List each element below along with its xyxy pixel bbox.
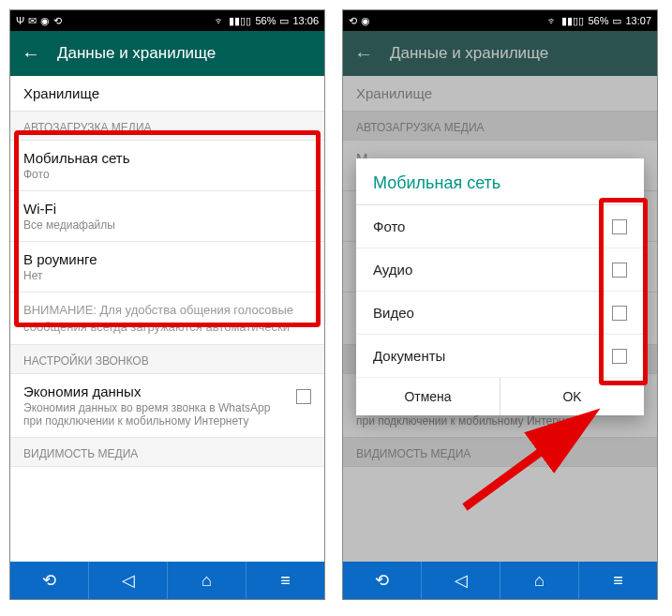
battery-icon: ▭ — [612, 15, 621, 27]
checkbox-video[interactable] — [612, 306, 627, 321]
section-autodownload: АВТОЗАГРУЗКА МЕДИА — [10, 112, 324, 141]
screenshot-right: ⟲ ◉ ᯤ ▮▮▯▯ 56% ▭ 13:07 ← Данные и хранил… — [342, 9, 658, 600]
eye-icon: ◉ — [40, 15, 50, 27]
wifi-icon: ᯤ — [547, 15, 558, 26]
nav-back-icon[interactable]: ◁ — [89, 562, 168, 599]
teamviewer-icon: ⟲ — [53, 15, 62, 27]
nav-home-icon[interactable]: ⌂ — [500, 562, 579, 599]
back-icon[interactable]: ← — [22, 43, 40, 65]
nav-bar: ⟲ ◁ ⌂ ≡ — [343, 562, 657, 599]
status-bar: Ψ ✉ ◉ ⟲ ᯤ ▮▮▯▯ 56% ▭ 13:06 — [10, 10, 324, 31]
wifi-icon: ᯤ — [215, 15, 225, 26]
section-calls: НАСТРОЙКИ ЗВОНКОВ — [10, 345, 324, 374]
app-bar: ← Данные и хранилище — [10, 31, 324, 76]
status-bar: ⟲ ◉ ᯤ ▮▮▯▯ 56% ▭ 13:07 — [343, 10, 657, 31]
nav-recent-icon[interactable]: ≡ — [246, 562, 324, 599]
nav-teamviewer-icon[interactable]: ⟲ — [10, 562, 89, 599]
checkbox-photo[interactable] — [612, 219, 627, 234]
nav-bar: ⟲ ◁ ⌂ ≡ — [10, 562, 324, 599]
psi-icon: Ψ — [16, 15, 24, 26]
row-data-saver[interactable]: Экономия данных Экономия данных во время… — [10, 374, 324, 438]
dialog-option-video[interactable]: Видео — [356, 292, 644, 335]
nav-recent-icon[interactable]: ≡ — [579, 562, 657, 599]
settings-list: Хранилище АВТОЗАГРУЗКА МЕДИА Мобильная с… — [10, 76, 324, 563]
dialog-option-photo[interactable]: Фото — [356, 205, 644, 248]
signal-icon: ▮▮▯▯ — [229, 15, 251, 27]
checkbox-docs[interactable] — [612, 349, 627, 364]
dialog-ok-button[interactable]: OK — [500, 378, 644, 415]
dialog-option-audio[interactable]: Аудио — [356, 248, 644, 292]
autodownload-note: ВНИМАНИЕ: Для удобства общения голосовые… — [10, 293, 324, 345]
clock-text: 13:07 — [625, 15, 651, 26]
dialog-cancel-button[interactable]: Отмена — [356, 378, 500, 415]
row-storage[interactable]: Хранилище — [10, 76, 324, 112]
signal-icon: ▮▮▯▯ — [561, 15, 584, 27]
dialog-option-docs[interactable]: Документы — [356, 335, 644, 378]
teamviewer-icon: ⟲ — [349, 15, 357, 27]
data-saver-checkbox[interactable] — [296, 389, 311, 404]
eye-icon: ◉ — [361, 15, 370, 27]
nav-back-icon[interactable]: ◁ — [422, 562, 500, 599]
section-media-visibility: ВИДИМОСТЬ МЕДИА — [10, 438, 324, 467]
nav-home-icon[interactable]: ⌂ — [168, 562, 246, 599]
checkbox-audio[interactable] — [612, 263, 627, 278]
battery-icon: ▭ — [279, 15, 289, 27]
dialog-title: Мобильная сеть — [356, 158, 644, 205]
row-mobile-data[interactable]: Мобильная сеть Фото — [10, 141, 324, 191]
row-wifi[interactable]: Wi-Fi Все медиафайлы — [10, 191, 324, 242]
screenshot-left: Ψ ✉ ◉ ⟲ ᯤ ▮▮▯▯ 56% ▭ 13:06 ← Данные и хр… — [9, 9, 325, 600]
nav-teamviewer-icon[interactable]: ⟲ — [343, 562, 422, 599]
clock-text: 13:06 — [292, 15, 319, 26]
mail-icon: ✉ — [28, 15, 37, 27]
row-roaming[interactable]: В роуминге Нет — [10, 242, 324, 293]
media-dialog: Мобильная сеть Фото Аудио Видео Документ… — [356, 158, 644, 415]
page-title: Данные и хранилище — [57, 44, 216, 63]
battery-text: 56% — [588, 15, 608, 26]
battery-text: 56% — [255, 15, 276, 26]
